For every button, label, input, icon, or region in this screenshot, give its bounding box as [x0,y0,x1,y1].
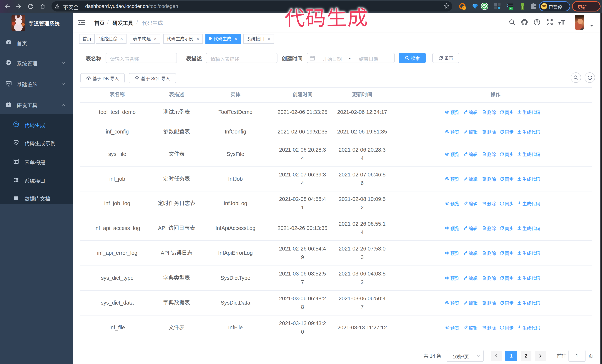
svg-text:1: 1 [463,7,465,10]
svg-text:on: on [510,7,512,10]
